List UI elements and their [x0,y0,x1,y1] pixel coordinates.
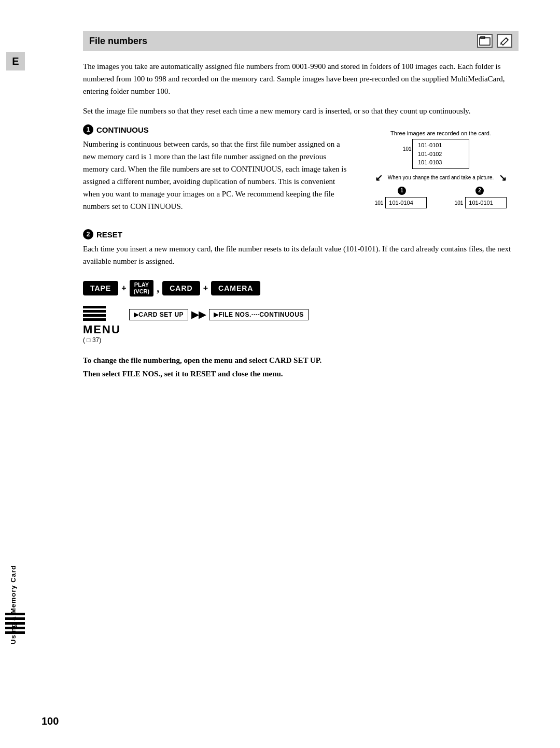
top-card-area: 101 101-0101 101-0102 101-0103 [363,139,519,169]
bottom-cards: 101 101-0104 101 101-0101 [363,197,519,209]
continuous-label: 1 CONTINUOUS [83,124,353,135]
circle-1: 1 [398,187,406,195]
comma: , [157,283,159,294]
vertical-sidebar-label: Using a Memory Card [0,565,26,644]
instructions: To change the file numbering, open the m… [83,354,519,380]
instruction-line-1: To change the file numbering, open the m… [83,354,519,368]
plus-1: + [121,284,126,293]
page-number: 100 [41,715,59,727]
diagram-top-label: Three images are recorded on the card. [363,130,519,137]
arrow-down-1: ↙ [375,172,383,184]
camera-button[interactable]: CAMERA [211,281,260,295]
continuous-section: 1 CONTINUOUS Numbering is continuous bet… [83,124,353,220]
section-header: File numbers [83,31,519,51]
two-col-section: 1 CONTINUOUS Numbering is continuous bet… [83,124,519,220]
intro-paragraph-1: The images you take are automatically as… [83,60,519,97]
menu-path: ▶CARD SET UP ▶▶ ▶FILE NOS.····CONTINUOUS [129,309,309,320]
menu-stripes-label: MENU ( □ 37) [83,306,121,344]
tape-button[interactable]: TAPE [83,281,118,295]
card-button[interactable]: CARD [162,281,200,295]
circle-2: 2 [475,187,484,195]
menu-page-ref: ( □ 37) [83,336,101,344]
circle-num-1: 1 [83,124,93,135]
instruction-line-2: Then select FILE NOS., set it to RESET a… [83,368,519,381]
svg-rect-0 [480,38,490,45]
menu-item-2: ▶FILE NOS.····CONTINUOUS [209,309,309,320]
arrow-down-2: ↘ [499,172,507,184]
section-letter: E [6,52,25,70]
reset-section: 2 RESET Each time you insert a new memor… [83,229,519,267]
diagram-middle: ↙ When you change the card and take a pi… [363,172,519,184]
menu-section: MENU ( □ 37) ▶CARD SET UP ▶▶ ▶FILE NOS.·… [83,306,519,344]
intro-paragraph-2: Set the image file numbers so that they … [83,105,519,117]
play-vcr-button[interactable]: PLAY (VCR) [130,280,154,297]
section-title: File numbers [89,36,147,47]
reset-text: Each time you insert a new memory card, … [83,243,519,267]
button-row: TAPE + PLAY (VCR) , CARD + CAMERA [83,280,519,297]
main-content: File numbers Th [83,31,519,380]
menu-item-1: ▶CARD SET UP [129,309,188,320]
card-continuous: 101 101-0104 [375,197,427,209]
change-label: When you change the card and take a pict… [388,174,494,181]
menu-label: MENU [83,323,121,336]
top-card-box: 101-0101 101-0102 101-0103 [412,139,469,169]
plus-2: + [203,284,208,293]
continuous-text: Numbering is continuous between cards, s… [83,138,353,213]
page: E Using a Memory Card File numbers [0,0,560,748]
circle-labels-row: 1 2 [363,187,519,195]
header-icons [477,34,512,48]
reset-label: 2 RESET [83,229,519,239]
double-arrow: ▶▶ [191,309,206,320]
diagram-section: Three images are recorded on the card. 1… [363,124,519,220]
pencil-icon [497,34,512,48]
left-sidebar: E Using a Memory Card [0,0,31,748]
card-reset: 101 101-0101 [455,197,507,209]
card-icon [477,34,493,48]
circle-num-2: 2 [83,229,93,239]
